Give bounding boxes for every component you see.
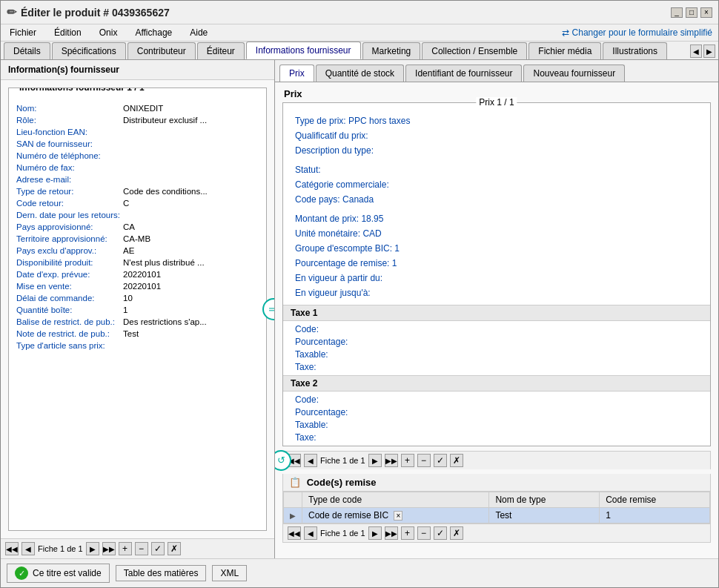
- taxe1-grid-label-0: Code:: [295, 324, 497, 334]
- prix-nav-next[interactable]: ▶: [368, 454, 382, 467]
- row-type-de-code: Code de remise BIC ×: [302, 508, 489, 523]
- nav-add-button[interactable]: +: [119, 542, 132, 555]
- cr-nav-cancel[interactable]: ✗: [450, 526, 463, 540]
- delete-badge[interactable]: ×: [394, 511, 402, 521]
- field-value-14: 20220101: [123, 269, 259, 280]
- tab-informations-fournisseur[interactable]: Informations fournisseur: [246, 42, 361, 59]
- prix-nav-add[interactable]: +: [401, 454, 414, 467]
- nav-last-button[interactable]: ▶▶: [102, 542, 116, 555]
- bottom-toolbar: ✓ Ce titre est valide Table des matières…: [1, 558, 718, 587]
- menu-affichage[interactable]: Affichage: [132, 26, 175, 39]
- nav-cancel-button[interactable]: ✗: [168, 542, 181, 555]
- xml-button[interactable]: XML: [212, 565, 247, 581]
- field-label-9: Dern. date pour les retours:: [16, 210, 120, 220]
- valid-icon: ✓: [15, 566, 28, 580]
- menu-fichier[interactable]: Fichier: [7, 26, 39, 39]
- prix-nav-last[interactable]: ▶▶: [385, 454, 398, 467]
- field-label-6: Adrese e-mail:: [16, 174, 120, 185]
- cr-nav-last[interactable]: ▶▶: [385, 526, 398, 540]
- valid-button[interactable]: ✓ Ce titre est valide: [7, 564, 110, 583]
- prix-nav-remove[interactable]: −: [417, 454, 431, 467]
- field-label-10: Pays approvisionné:: [16, 222, 120, 232]
- nav-first-button[interactable]: ◀◀: [5, 542, 19, 555]
- code-remise-nav: ◀◀ ◀ Fiche 1 de 1 ▶ ▶▶ + − ✓ ✗: [282, 524, 711, 543]
- tab-scroll-right[interactable]: ▶: [703, 44, 715, 58]
- cr-nav-first[interactable]: ◀◀: [288, 526, 301, 540]
- menu-edition[interactable]: Édition: [51, 26, 85, 39]
- taxe1-grid-val-3: [497, 362, 698, 372]
- switch-form-button[interactable]: ⇄ Changer pour le formulaire simplifié: [562, 27, 712, 38]
- prix-value-9: [497, 228, 698, 240]
- title-bar: ✏ Éditer le produit # 0439365627 _ □ ×: [1, 1, 718, 24]
- field-value-5: [123, 162, 259, 173]
- close-button[interactable]: ×: [700, 7, 712, 18]
- maximize-button[interactable]: □: [686, 7, 698, 18]
- switch-icon: ⇄: [562, 27, 569, 38]
- nav-fiche-text: Fiche 1 de 1: [38, 544, 83, 553]
- field-value-13: N'est plus distribué ...: [123, 257, 256, 268]
- tab-details[interactable]: Détails: [4, 42, 50, 59]
- field-label-2: Lieu-fonction EAN:: [16, 127, 120, 137]
- prix-value-13: [497, 287, 698, 299]
- menu-bar: Fichier Édition Onix Affichage Aide ⇄ Ch…: [1, 24, 718, 42]
- menu-onix[interactable]: Onix: [96, 26, 121, 39]
- tab-scroll-left[interactable]: ◀: [690, 44, 702, 58]
- field-value-6: [123, 174, 259, 185]
- title-bar-controls: _ □ ×: [671, 7, 712, 18]
- prix-label-10: Groupe d'escompte BIC: 1: [295, 242, 497, 254]
- tab-marketing[interactable]: Marketing: [362, 42, 421, 59]
- field-label-15: Mise en vente:: [16, 281, 120, 291]
- field-value-10: CA: [123, 222, 259, 232]
- left-panel: Information(s) fournisseur Informations …: [1, 60, 275, 558]
- inner-tab-identifiant[interactable]: Identifiant de fournisseur: [405, 65, 522, 82]
- title-bar-left: ✏ Éditer le produit # 0439365627: [7, 5, 170, 19]
- field-value-0: ONIXEDIT: [123, 103, 259, 113]
- inner-tab-quantite[interactable]: Quantité de stock: [316, 65, 404, 82]
- minimize-button[interactable]: _: [671, 7, 683, 18]
- prix-value-8: [497, 213, 698, 225]
- cr-nav-confirm[interactable]: ✓: [434, 526, 447, 540]
- cr-nav-prev[interactable]: ◀: [304, 526, 317, 540]
- tab-contributeur[interactable]: Contributeur: [127, 42, 196, 59]
- supplier-fields: Nom:ONIXEDITRôle:Distributeur exclusif .…: [9, 88, 266, 358]
- field-label-0: Nom:: [16, 103, 120, 113]
- menu-aide[interactable]: Aide: [187, 26, 211, 39]
- menu-bar-left: Fichier Édition Onix Affichage Aide: [7, 26, 211, 39]
- nav-next-button[interactable]: ▶: [86, 542, 99, 555]
- nav-remove-button[interactable]: −: [135, 542, 148, 555]
- field-value-9: [123, 210, 259, 220]
- prix-nav-confirm[interactable]: ✓: [434, 454, 447, 467]
- taxe1-grid-label-2: Taxable:: [295, 349, 497, 360]
- tab-collection-ensemble[interactable]: Collection / Ensemble: [422, 42, 527, 59]
- col-arrow-header: [284, 492, 302, 508]
- tab-fichier-media[interactable]: Fichier média: [529, 42, 601, 59]
- taxe1-grid-val-1: [497, 337, 698, 347]
- taxe2-grid-label-3: Taxe:: [295, 432, 497, 443]
- tab-editeur[interactable]: Éditeur: [197, 42, 245, 59]
- prix-nav-cancel[interactable]: ✗: [450, 454, 463, 467]
- nav-prev-button[interactable]: ◀: [21, 542, 35, 555]
- prix-grid: Type de prix: PPC hors taxesQualificatif…: [283, 103, 710, 305]
- taxe2-grid-label-0: Code:: [295, 394, 497, 405]
- window-title: Éditer le produit # 0439365627: [21, 7, 170, 19]
- inner-tab-nouveau[interactable]: Nouveau fournisseur: [523, 65, 625, 82]
- right-panel: Prix Quantité de stock Identifiant de fo…: [275, 60, 718, 558]
- tab-specifications[interactable]: Spécifications: [52, 42, 126, 59]
- field-label-18: Balise de restrict. de pub.:: [16, 317, 120, 327]
- row-arrow-cell: ▶: [284, 508, 302, 523]
- table-row[interactable]: ▶ Code de remise BIC × Test 1: [284, 508, 710, 523]
- toc-button[interactable]: Table des matières: [116, 565, 207, 581]
- tab-illustrations[interactable]: Illustrations: [603, 42, 667, 59]
- col-type-de-code-header: Type de code: [302, 492, 489, 508]
- nav-confirm-button[interactable]: ✓: [151, 542, 165, 555]
- taxe2-grid-val-1: [497, 407, 698, 417]
- field-value-20: [123, 340, 259, 351]
- cr-nav-remove[interactable]: −: [417, 526, 431, 540]
- prix-label-0: Type de prix: PPC hors taxes: [295, 115, 497, 127]
- history-icon: 📋: [289, 477, 301, 488]
- inner-tab-prix[interactable]: Prix: [279, 65, 314, 82]
- cr-nav-next[interactable]: ▶: [368, 526, 382, 540]
- field-value-1: Distributeur exclusif ...: [123, 115, 256, 125]
- prix-nav-prev[interactable]: ◀: [304, 454, 317, 467]
- cr-nav-add[interactable]: +: [401, 526, 414, 540]
